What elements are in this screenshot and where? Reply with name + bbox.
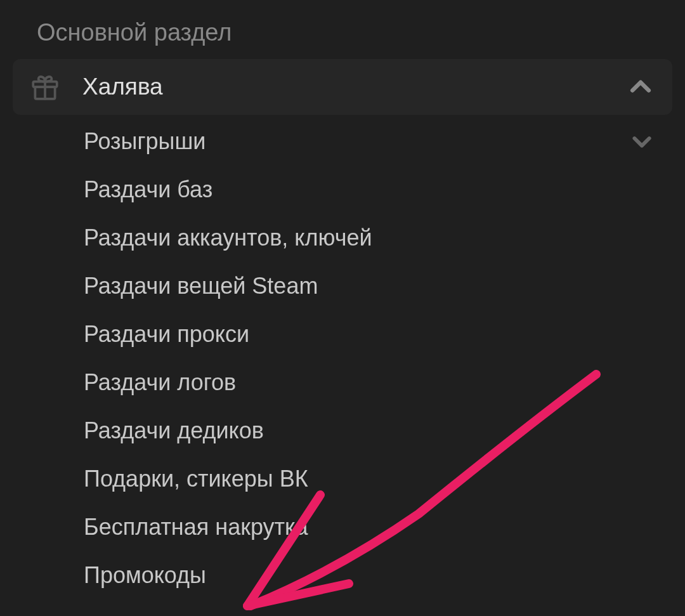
- submenu-item[interactable]: Раздачи баз: [13, 166, 672, 214]
- menu-item-label: Халява: [82, 74, 627, 100]
- submenu-item[interactable]: Розыгрыши: [13, 117, 672, 166]
- submenu-item-label: Раздачи вещей Steam: [84, 273, 655, 299]
- submenu-item[interactable]: Раздачи логов: [13, 358, 672, 407]
- submenu-item[interactable]: Раздачи дедиков: [13, 407, 672, 455]
- submenu-item[interactable]: Подарки, стикеры ВК: [13, 455, 672, 503]
- submenu-item[interactable]: Раздачи прокси: [13, 310, 672, 358]
- submenu-item-label: Подарки, стикеры ВК: [84, 466, 655, 492]
- submenu-item[interactable]: Раздачи аккаунтов, ключей: [13, 214, 672, 262]
- submenu-item-label: Бесплатная накрутка: [84, 514, 655, 541]
- submenu-item-label: Раздачи прокси: [84, 321, 655, 348]
- submenu-item-label: Раздачи дедиков: [84, 417, 655, 444]
- submenu-list: РозыгрышиРаздачи базРаздачи аккаунтов, к…: [13, 115, 672, 600]
- chevron-up-icon: [627, 73, 655, 101]
- submenu-item[interactable]: Раздачи вещей Steam: [13, 262, 672, 310]
- submenu-item-label: Раздачи аккаунтов, ключей: [84, 225, 655, 251]
- gift-icon: [29, 71, 61, 103]
- submenu-item-label: Раздачи логов: [84, 369, 655, 396]
- submenu-item-label: Промокоды: [84, 562, 655, 589]
- section-title: Основной раздел: [13, 19, 672, 59]
- submenu-item[interactable]: Промокоды: [13, 551, 672, 600]
- menu-item-freebies[interactable]: Халява: [13, 59, 672, 115]
- chevron-down-icon: [629, 129, 655, 154]
- submenu-item[interactable]: Бесплатная накрутка: [13, 503, 672, 551]
- submenu-item-label: Розыгрыши: [84, 128, 629, 155]
- submenu-item-label: Раздачи баз: [84, 176, 655, 203]
